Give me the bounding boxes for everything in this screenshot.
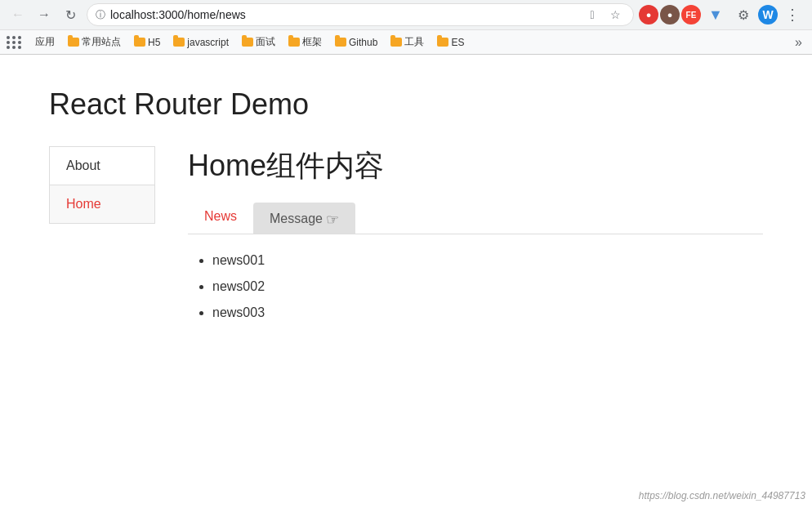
subnav-message[interactable]: Message ☞ bbox=[253, 203, 355, 234]
folder-icon bbox=[390, 38, 402, 47]
apps-grid-icon[interactable] bbox=[7, 36, 22, 49]
subnav-news[interactable]: News bbox=[188, 203, 253, 234]
address-text: localhost:3000/home/news bbox=[110, 8, 578, 21]
news-item-001: news001 bbox=[212, 247, 763, 274]
bookmark-changyon[interactable]: 常用站点 bbox=[63, 33, 126, 51]
main-layout: About Home Home组件内容 News Message ☞ news0… bbox=[49, 146, 763, 326]
bookmark-apps[interactable]: 应用 bbox=[30, 33, 60, 51]
page-title: React Router Demo bbox=[49, 87, 763, 122]
more-menu-button[interactable]: ⋮ bbox=[779, 2, 805, 28]
ext-icon-red[interactable]: ● bbox=[639, 5, 658, 25]
news-item-002: news002 bbox=[212, 274, 763, 300]
bookmarks-bar: 应用 常用站点 H5 javascript 面试 框架 Github 工具 bbox=[0, 29, 812, 54]
ext-icon-blue[interactable]: W bbox=[758, 5, 778, 25]
news-list: news001 news002 news003 bbox=[188, 247, 763, 326]
folder-icon bbox=[242, 38, 253, 47]
content-heading: Home组件内容 bbox=[188, 146, 763, 186]
funnel-icon[interactable]: ▼ bbox=[703, 2, 729, 28]
bookmark-mianshi[interactable]: 面试 bbox=[237, 33, 280, 51]
bookmark-javascript[interactable]: javascript bbox=[168, 35, 234, 50]
lock-icon: ⓘ bbox=[96, 8, 105, 22]
translate-icon[interactable]:  bbox=[582, 5, 602, 25]
ext-icon-fe[interactable]: FE bbox=[681, 5, 701, 25]
bookmark-github[interactable]: Github bbox=[330, 35, 382, 50]
bookmark-icon[interactable]: ☆ bbox=[605, 5, 625, 25]
page-content: React Router Demo About Home Home组件内容 Ne… bbox=[0, 55, 812, 463]
folder-icon bbox=[68, 38, 79, 47]
bookmark-gongju[interactable]: 工具 bbox=[386, 33, 429, 51]
folder-icon bbox=[437, 38, 448, 47]
address-icons:  ☆ bbox=[582, 5, 625, 25]
news-item-003: news003 bbox=[212, 300, 763, 326]
folder-icon bbox=[173, 38, 185, 47]
cursor-hand-icon: ☞ bbox=[326, 211, 339, 229]
back-button[interactable]: ← bbox=[7, 3, 29, 26]
forward-button[interactable]: → bbox=[33, 3, 56, 26]
ext-icon-brown[interactable]: ● bbox=[660, 5, 680, 25]
sidebar-item-about[interactable]: About bbox=[50, 147, 154, 185]
folder-icon bbox=[288, 38, 300, 47]
folder-icon bbox=[134, 38, 145, 47]
bookmark-es[interactable]: ES bbox=[432, 35, 469, 50]
extension-icons: ● ● FE ▼ ⚙ W ⋮ bbox=[639, 2, 805, 28]
bookmarks-more-button[interactable]: » bbox=[792, 33, 805, 51]
bookmark-kuangjia[interactable]: 框架 bbox=[283, 33, 327, 51]
sub-nav: News Message ☞ bbox=[188, 203, 763, 234]
folder-icon bbox=[335, 38, 346, 47]
nav-buttons: ← → ↻ bbox=[7, 3, 82, 26]
bookmark-h5[interactable]: H5 bbox=[129, 35, 165, 50]
browser-tab-bar: ← → ↻ ⓘ localhost:3000/home/news  ☆ ● ●… bbox=[0, 0, 812, 29]
sidebar-nav: About Home bbox=[49, 146, 155, 224]
reload-button[interactable]: ↻ bbox=[59, 3, 82, 26]
sidebar-item-home[interactable]: Home bbox=[50, 185, 154, 223]
address-bar[interactable]: ⓘ localhost:3000/home/news  ☆ bbox=[87, 3, 634, 26]
settings-icon[interactable]: ⚙ bbox=[730, 2, 756, 28]
browser-chrome: ← → ↻ ⓘ localhost:3000/home/news  ☆ ● ●… bbox=[0, 0, 812, 55]
content-area: Home组件内容 News Message ☞ news001 news002 … bbox=[188, 146, 763, 326]
